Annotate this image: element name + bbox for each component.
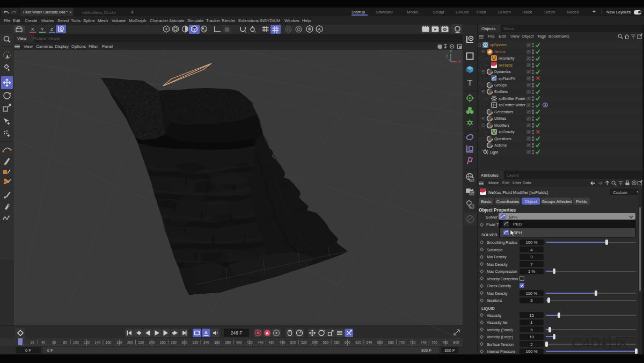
- svg-text:A: A: [266, 331, 269, 336]
- svg-text:ST: ST: [470, 192, 474, 195]
- svg-text:A: A: [204, 330, 208, 335]
- svg-text:Z: Z: [446, 54, 448, 58]
- svg-text:X: X: [458, 60, 461, 63]
- svg-text:ST: ST: [470, 178, 474, 182]
- svg-text:SN: SN: [492, 78, 496, 81]
- svg-text:ST: ST: [470, 205, 474, 208]
- svg-text:T: T: [467, 78, 472, 87]
- svg-text:A: A: [318, 27, 321, 32]
- svg-text:Y: Y: [450, 49, 452, 53]
